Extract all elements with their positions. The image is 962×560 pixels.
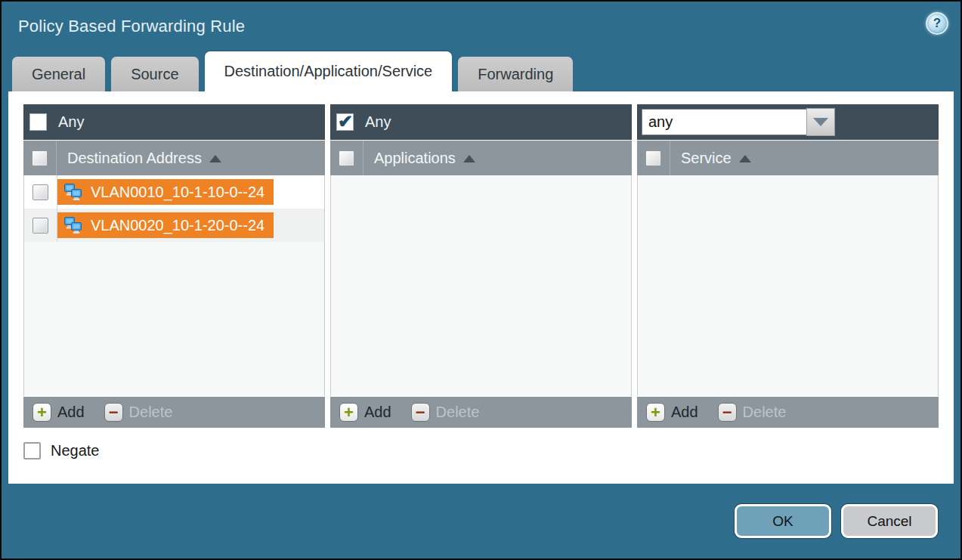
destination-header-label[interactable]: Destination Address bbox=[67, 150, 221, 167]
applications-footer: + Add − Delete bbox=[330, 396, 632, 428]
destination-item[interactable]: VLAN0020_10-1-20-0--24 bbox=[57, 212, 274, 238]
help-icon[interactable]: ? bbox=[926, 12, 948, 35]
tab-content: Any Destination Address bbox=[8, 91, 954, 484]
applications-header-label[interactable]: Applications bbox=[374, 150, 475, 167]
dropdown-button[interactable] bbox=[806, 108, 835, 136]
tab-destination-application-service[interactable]: Destination/Application/Service bbox=[205, 51, 453, 91]
service-column-header: Service bbox=[637, 140, 939, 175]
sort-asc-icon bbox=[209, 155, 221, 162]
negate-option: Negate bbox=[23, 442, 939, 459]
destination-any-checkbox[interactable] bbox=[29, 113, 47, 131]
chevron-down-icon bbox=[813, 118, 828, 126]
destination-footer: + Add − Delete bbox=[23, 396, 325, 428]
service-select-all-checkbox[interactable] bbox=[645, 150, 661, 166]
applications-list bbox=[330, 175, 632, 396]
columns-container: Any Destination Address bbox=[23, 104, 939, 428]
service-delete-button[interactable]: − Delete bbox=[718, 403, 787, 422]
service-list bbox=[637, 175, 939, 396]
service-dropdown-header: any bbox=[637, 104, 939, 140]
applications-any-label: Any bbox=[365, 113, 391, 131]
destination-any-header: Any bbox=[23, 104, 325, 140]
add-icon: + bbox=[32, 403, 51, 422]
sort-asc-icon bbox=[739, 155, 751, 162]
applications-delete-button[interactable]: − Delete bbox=[411, 403, 480, 422]
policy-based-forwarding-dialog: Policy Based Forwarding Rule ? General S… bbox=[0, 0, 962, 560]
network-address-icon bbox=[63, 216, 84, 234]
applications-column-header: Applications bbox=[330, 140, 632, 175]
dialog-title: Policy Based Forwarding Rule bbox=[18, 17, 960, 36]
applications-add-button[interactable]: + Add bbox=[339, 403, 391, 422]
applications-any-checkbox[interactable] bbox=[336, 113, 354, 131]
add-icon: + bbox=[339, 403, 358, 422]
negate-label: Negate bbox=[51, 442, 100, 459]
destination-select-all-checkbox[interactable] bbox=[32, 150, 48, 166]
dialog-footer: OK Cancel bbox=[2, 484, 960, 538]
destination-row-checkbox[interactable] bbox=[32, 184, 48, 200]
destination-list: VLAN0010_10-1-10-0--24 bbox=[23, 175, 325, 396]
service-header-label[interactable]: Service bbox=[681, 150, 751, 167]
add-icon: + bbox=[646, 403, 665, 422]
negate-checkbox[interactable] bbox=[23, 442, 41, 459]
delete-icon: − bbox=[104, 403, 123, 422]
destination-address-panel: Any Destination Address bbox=[23, 104, 325, 428]
destination-row-checkbox[interactable] bbox=[32, 218, 48, 234]
destination-row[interactable]: VLAN0020_10-1-20-0--24 bbox=[24, 209, 324, 242]
applications-select-all-checkbox[interactable] bbox=[339, 150, 354, 166]
applications-panel: Any Applications + Add bbox=[330, 104, 632, 428]
destination-delete-button[interactable]: − Delete bbox=[104, 403, 173, 422]
sort-asc-icon bbox=[463, 155, 475, 162]
delete-icon: − bbox=[411, 403, 430, 422]
destination-add-button[interactable]: + Add bbox=[32, 403, 85, 422]
tab-forwarding[interactable]: Forwarding bbox=[458, 57, 573, 91]
destination-any-label: Any bbox=[58, 113, 84, 131]
service-type-dropdown[interactable]: any bbox=[642, 108, 835, 136]
title-bar: Policy Based Forwarding Rule ? bbox=[2, 2, 960, 51]
ok-button[interactable]: OK bbox=[735, 504, 831, 538]
service-add-button[interactable]: + Add bbox=[646, 403, 698, 422]
applications-any-header: Any bbox=[330, 104, 632, 140]
tab-general[interactable]: General bbox=[12, 57, 105, 91]
tab-source[interactable]: Source bbox=[111, 57, 198, 91]
service-panel: any Service bbox=[637, 104, 939, 428]
destination-column-header: Destination Address bbox=[23, 140, 325, 175]
tab-strip: General Source Destination/Application/S… bbox=[2, 51, 960, 91]
destination-row[interactable]: VLAN0010_10-1-10-0--24 bbox=[24, 175, 324, 209]
cancel-button[interactable]: Cancel bbox=[841, 504, 938, 538]
network-address-icon bbox=[63, 183, 84, 201]
service-type-value[interactable]: any bbox=[642, 109, 806, 135]
service-footer: + Add − Delete bbox=[637, 396, 939, 428]
destination-item-label: VLAN0010_10-1-10-0--24 bbox=[91, 184, 264, 201]
destination-item[interactable]: VLAN0010_10-1-10-0--24 bbox=[57, 179, 274, 205]
delete-icon: − bbox=[718, 403, 737, 422]
destination-item-label: VLAN0020_10-1-20-0--24 bbox=[91, 217, 264, 234]
